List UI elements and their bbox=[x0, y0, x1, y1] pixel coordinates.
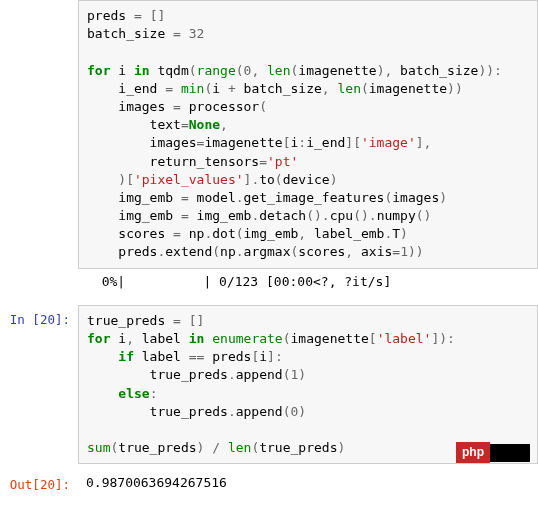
t: . bbox=[322, 208, 330, 223]
t: . bbox=[228, 404, 236, 419]
t: imagenette bbox=[291, 331, 369, 346]
t: sum bbox=[87, 440, 110, 455]
t: None bbox=[189, 117, 220, 132]
t: = bbox=[181, 190, 189, 205]
t: ( bbox=[189, 63, 197, 78]
t: ( bbox=[236, 226, 244, 241]
t: batch_size bbox=[392, 63, 478, 78]
t: . bbox=[236, 244, 244, 259]
code-area-1[interactable]: preds = [] batch_size = 32 for i in tqdm… bbox=[78, 0, 538, 269]
t: ] bbox=[345, 135, 353, 150]
t: true_preds bbox=[259, 440, 337, 455]
code-cell-1: preds = [] batch_size = 32 for i in tqdm… bbox=[0, 0, 538, 269]
t: cpu bbox=[330, 208, 353, 223]
t: ) bbox=[408, 244, 416, 259]
output-value-20: 0.9870063694267516 bbox=[78, 470, 538, 496]
t: len bbox=[337, 81, 360, 96]
t: ( bbox=[283, 404, 291, 419]
t: = bbox=[173, 99, 181, 114]
t: ) bbox=[455, 81, 463, 96]
t: in bbox=[189, 331, 205, 346]
t: preds bbox=[204, 349, 251, 364]
watermark-text: php bbox=[456, 442, 490, 463]
t: ( bbox=[283, 367, 291, 382]
t: axis bbox=[353, 244, 392, 259]
t: get_image_features bbox=[244, 190, 385, 205]
t: ) bbox=[118, 172, 126, 187]
t: preds bbox=[87, 244, 157, 259]
t: images bbox=[392, 190, 439, 205]
output-cell-1: 0%| | 0/123 [00:00<?, ?it/s] bbox=[0, 269, 538, 295]
t: = bbox=[181, 117, 189, 132]
t bbox=[220, 440, 228, 455]
t bbox=[87, 349, 118, 364]
prompt-empty bbox=[0, 0, 78, 6]
notebook: preds = [] batch_size = 32 for i in tqdm… bbox=[0, 0, 538, 497]
t: scores bbox=[298, 244, 345, 259]
t: ( bbox=[361, 81, 369, 96]
t: imagenette bbox=[369, 81, 447, 96]
t: : bbox=[447, 331, 455, 346]
t: i_end bbox=[87, 81, 165, 96]
t: true_preds bbox=[87, 404, 228, 419]
prompt-empty-2 bbox=[0, 269, 78, 275]
t: append bbox=[236, 367, 283, 382]
t: label bbox=[134, 331, 189, 346]
t bbox=[181, 26, 189, 41]
t: = bbox=[173, 26, 181, 41]
t: imagenette bbox=[298, 63, 376, 78]
t: i_end bbox=[306, 135, 345, 150]
output-cell-20: Out[20]: 0.9870063694267516 bbox=[0, 470, 538, 496]
t: numpy bbox=[377, 208, 416, 223]
t: enumerate bbox=[212, 331, 282, 346]
t: , bbox=[298, 226, 306, 241]
t: for bbox=[87, 331, 110, 346]
t: preds bbox=[87, 8, 134, 23]
t: ) bbox=[439, 331, 447, 346]
t: images bbox=[87, 135, 197, 150]
t: label bbox=[134, 349, 189, 364]
t: img_emb bbox=[189, 208, 252, 223]
t: batch_size bbox=[236, 81, 322, 96]
t: () bbox=[353, 208, 369, 223]
t: ) bbox=[338, 440, 346, 455]
code-area-2[interactable]: true_preds = [] for i, label in enumerat… bbox=[78, 305, 538, 465]
prompt-out-20: Out[20]: bbox=[0, 470, 78, 494]
t: , bbox=[126, 331, 134, 346]
t: T bbox=[392, 226, 400, 241]
t: img_emb bbox=[87, 190, 181, 205]
t: text bbox=[87, 117, 181, 132]
t: scores bbox=[87, 226, 173, 241]
t: [ bbox=[189, 313, 197, 328]
code-cell-2: In [20]: true_preds = [] for i, label in… bbox=[0, 305, 538, 465]
t: , bbox=[345, 244, 353, 259]
t: len bbox=[267, 63, 290, 78]
t: ] bbox=[157, 8, 165, 23]
t: ) bbox=[298, 404, 306, 419]
t: 1 bbox=[400, 244, 408, 259]
t: i bbox=[110, 331, 126, 346]
t: [ bbox=[369, 331, 377, 346]
t: = bbox=[165, 81, 173, 96]
t: = bbox=[259, 154, 267, 169]
t: ( bbox=[212, 244, 220, 259]
t: == bbox=[189, 349, 205, 364]
t: : bbox=[150, 386, 158, 401]
t: label_emb bbox=[306, 226, 384, 241]
t: i bbox=[212, 81, 228, 96]
t: : bbox=[298, 135, 306, 150]
t: ) bbox=[416, 244, 424, 259]
t: = bbox=[134, 8, 142, 23]
t: model bbox=[189, 190, 236, 205]
t: = bbox=[181, 208, 189, 223]
t: detach bbox=[259, 208, 306, 223]
t: np bbox=[181, 226, 204, 241]
t: , bbox=[322, 81, 330, 96]
t: : bbox=[275, 349, 283, 364]
t: = bbox=[392, 244, 400, 259]
t: ) bbox=[298, 367, 306, 382]
t: tqdm bbox=[150, 63, 189, 78]
t: ) bbox=[447, 81, 455, 96]
t bbox=[259, 63, 267, 78]
t: ) bbox=[400, 226, 408, 241]
